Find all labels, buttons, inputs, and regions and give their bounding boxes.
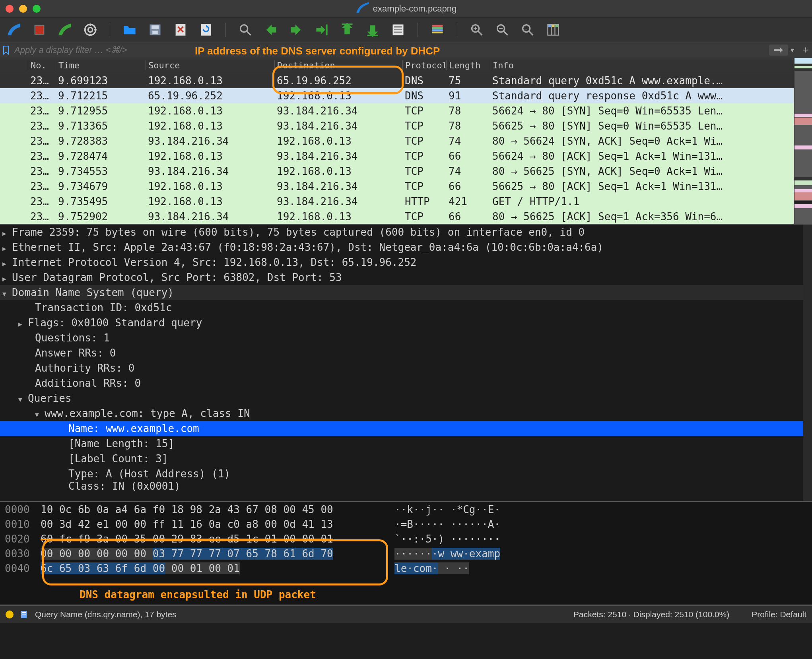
packet-minimap[interactable]	[794, 58, 812, 224]
svg-rect-18	[394, 26, 402, 27]
go-forward-button[interactable]	[288, 21, 305, 38]
packet-row[interactable]: 23…9.75290293.184.216.34192.168.0.13TCP6…	[0, 209, 794, 224]
hex-row[interactable]: 0030 00 00 00 00 00 00 03 77 77 77 07 65…	[0, 546, 812, 561]
svg-rect-9	[152, 31, 158, 34]
filter-bookmark-icon[interactable]	[0, 45, 12, 55]
start-capture-button[interactable]	[6, 21, 22, 38]
colorize-button[interactable]	[429, 21, 446, 38]
detail-frame[interactable]: Frame 2359: 75 bytes on wire (600 bits),…	[0, 225, 812, 240]
detail-queries[interactable]: Queries	[0, 391, 812, 406]
packet-row[interactable]: 23…9.73455393.184.216.34192.168.0.13TCP7…	[0, 164, 794, 179]
packet-details-pane[interactable]: Frame 2359: 75 bytes on wire (600 bits),…	[0, 224, 812, 502]
open-file-button[interactable]	[121, 21, 138, 38]
details-scrollbar[interactable]	[803, 225, 812, 501]
toolbar-divider	[457, 23, 457, 37]
svg-rect-14	[326, 24, 328, 35]
col-source[interactable]: Source	[146, 60, 274, 70]
detail-query-item[interactable]: www.example.com: type A, class IN	[0, 406, 812, 421]
svg-rect-38	[548, 25, 551, 27]
hex-row[interactable]: 0020 60 fc f9 3a 00 35 00 29 83 ee d5 1c…	[0, 531, 812, 546]
detail-authority[interactable]: Authority RRs: 0	[0, 361, 812, 376]
expert-info-icon[interactable]	[6, 611, 14, 618]
filter-history-dropdown[interactable]: ▾	[791, 46, 797, 54]
reload-file-button[interactable]	[198, 21, 214, 38]
packet-row[interactable]: 23…9.713365192.168.0.1393.184.216.34TCP7…	[0, 118, 794, 134]
detail-ip[interactable]: Internet Protocol Version 4, Src: 192.16…	[0, 255, 812, 270]
go-to-packet-button[interactable]	[313, 21, 330, 38]
packet-row[interactable]: 23…9.72838393.184.216.34192.168.0.13TCP7…	[0, 134, 794, 149]
svg-point-2	[88, 27, 92, 32]
col-length[interactable]: Length	[446, 60, 490, 70]
status-bar: Query Name (dns.qry.name), 17 bytes Pack…	[0, 605, 812, 623]
filter-apply-button[interactable]	[769, 45, 788, 56]
svg-line-30	[503, 31, 507, 35]
detail-name-length[interactable]: [Name Length: 15]	[0, 436, 812, 451]
stop-capture-button[interactable]	[31, 21, 48, 38]
hex-row[interactable]: 0000 10 0c 6b 0a a4 6a f0 18 98 2a 43 67…	[0, 502, 812, 517]
go-to-last-button[interactable]	[364, 21, 381, 38]
packet-row[interactable]: 23…9.71221565.19.96.252192.168.0.13DNS91…	[0, 88, 794, 103]
svg-rect-43	[22, 614, 26, 614]
detail-udp[interactable]: User Datagram Protocol, Src Port: 63802,…	[0, 270, 812, 285]
capture-options-button[interactable]	[82, 21, 99, 38]
packet-bytes-pane[interactable]: 0000 10 0c 6b 0a a4 6a f0 18 98 2a 43 67…	[0, 502, 812, 605]
display-filter-input[interactable]	[12, 45, 767, 55]
window-controls	[6, 5, 41, 13]
svg-rect-40	[556, 25, 558, 27]
status-packet-count: Packets: 2510 · Displayed: 2510 (100.0%)	[573, 610, 729, 619]
svg-point-1	[85, 24, 96, 35]
close-file-button[interactable]	[172, 21, 189, 38]
col-time[interactable]: Time	[56, 60, 146, 70]
packet-row[interactable]: 23…9.735495192.168.0.1393.184.216.34HTTP…	[0, 194, 794, 209]
detail-questions[interactable]: Questions: 1	[0, 330, 812, 345]
col-no[interactable]: No.	[28, 60, 56, 70]
packet-list-pane[interactable]: No. Time Source Destination Protocol Len…	[0, 58, 794, 224]
packet-list-columns[interactable]: No. Time Source Destination Protocol Len…	[0, 58, 794, 73]
detail-label-count[interactable]: [Label Count: 3]	[0, 451, 812, 466]
close-window-button[interactable]	[6, 5, 14, 13]
packet-row[interactable]: 23…9.712955192.168.0.1393.184.216.34TCP7…	[0, 103, 794, 118]
detail-txid[interactable]: Transaction ID: 0xd51c	[0, 300, 812, 315]
display-filter-bar: ▾ +	[0, 42, 812, 58]
minimize-window-button[interactable]	[19, 5, 27, 13]
col-protocol[interactable]: Protocol	[402, 60, 446, 70]
zoom-reset-button[interactable]: =	[519, 21, 536, 38]
save-file-button[interactable]	[147, 21, 163, 38]
packet-row[interactable]: 23…9.699123192.168.0.1365.19.96.252DNS75…	[0, 73, 794, 88]
col-destination[interactable]: Destination	[274, 60, 402, 70]
main-toolbar: =	[0, 17, 812, 42]
zoom-out-button[interactable]	[494, 21, 511, 38]
capture-file-properties-icon[interactable]	[20, 610, 29, 619]
detail-dns[interactable]: Domain Name System (query)	[0, 285, 812, 300]
find-packet-button[interactable]	[237, 21, 254, 38]
packet-row[interactable]: 23…9.734679192.168.0.1393.184.216.34TCP6…	[0, 179, 794, 194]
detail-additional[interactable]: Additional RRs: 0	[0, 376, 812, 391]
packet-row[interactable]: 23…9.728474192.168.0.1393.184.216.34TCP6…	[0, 149, 794, 164]
svg-line-26	[478, 31, 482, 35]
zoom-in-button[interactable]	[468, 21, 485, 38]
restart-capture-button[interactable]	[56, 21, 73, 38]
svg-rect-24	[432, 31, 443, 33]
packet-list-body[interactable]: 23…9.699123192.168.0.1365.19.96.252DNS75…	[0, 73, 794, 224]
hex-row[interactable]: 0040 6c 65 03 63 6f 6d 00 00 01 00 01 le…	[0, 561, 812, 576]
detail-ethernet[interactable]: Ethernet II, Src: Apple_2a:43:67 (f0:18:…	[0, 240, 812, 255]
svg-rect-0	[35, 25, 44, 34]
detail-answers[interactable]: Answer RRs: 0	[0, 345, 812, 361]
col-info[interactable]: Info	[490, 60, 794, 70]
status-profile[interactable]: Profile: Default	[752, 610, 806, 619]
go-to-first-button[interactable]	[339, 21, 355, 38]
status-field-info: Query Name (dns.qry.name), 17 bytes	[35, 610, 567, 619]
add-filter-button[interactable]: +	[799, 44, 812, 56]
detail-name[interactable]: Name: www.example.com	[0, 421, 812, 436]
resize-columns-button[interactable]	[545, 21, 561, 38]
detail-type[interactable]: Type: A (Host Address) (1)	[0, 466, 812, 481]
svg-point-12	[241, 25, 248, 32]
go-back-button[interactable]	[262, 21, 279, 38]
svg-text:=: =	[524, 26, 527, 31]
hex-row[interactable]: 0010 00 3d 42 e1 00 00 ff 11 16 0a c0 a8…	[0, 517, 812, 531]
detail-class[interactable]: Class: IN (0x0001)	[0, 481, 812, 491]
svg-rect-20	[394, 31, 402, 33]
auto-scroll-button[interactable]	[390, 21, 406, 38]
detail-flags[interactable]: Flags: 0x0100 Standard query	[0, 315, 812, 330]
zoom-window-button[interactable]	[33, 5, 41, 13]
